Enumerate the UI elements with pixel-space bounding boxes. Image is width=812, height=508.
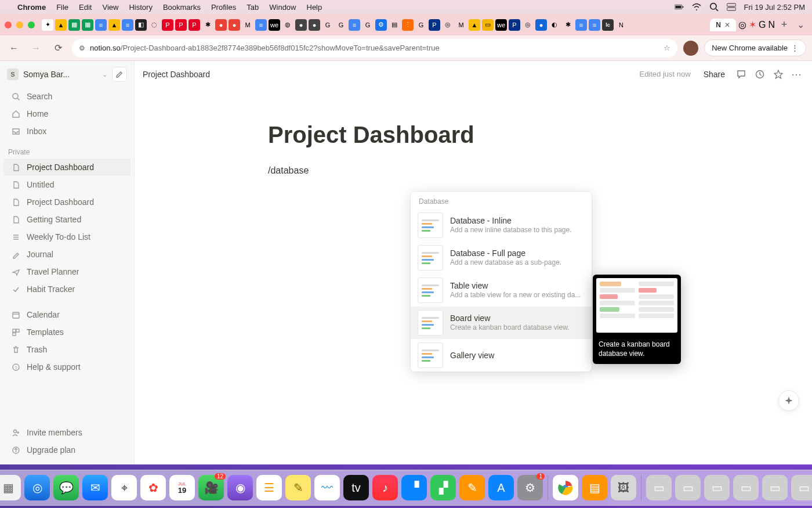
tab-icon[interactable]: ● bbox=[215, 19, 227, 31]
dock-appstore-icon[interactable]: A bbox=[488, 475, 514, 500]
menu-history[interactable]: History bbox=[129, 3, 152, 12]
dock-pages-icon[interactable]: ✎ bbox=[459, 475, 485, 500]
tab-icon[interactable]: ✱ bbox=[202, 19, 213, 31]
sidebar-page-item[interactable]: Weekly To-do List bbox=[3, 228, 130, 246]
chrome-menu-icon[interactable]: ⋮ bbox=[791, 44, 799, 52]
more-icon[interactable]: ⋯ bbox=[790, 67, 804, 81]
tab-icon[interactable]: ▦ bbox=[68, 19, 80, 31]
tab-icon[interactable]: N bbox=[615, 19, 627, 31]
tab-icon[interactable]: P bbox=[175, 19, 187, 31]
menu-view[interactable]: View bbox=[102, 3, 118, 12]
menu-window[interactable]: Window bbox=[269, 3, 296, 12]
favorite-icon[interactable] bbox=[771, 67, 785, 81]
slash-menu-item[interactable]: Database - InlineAdd a new inline databa… bbox=[411, 209, 592, 242]
dock-chrome-icon[interactable] bbox=[553, 475, 578, 500]
back-button[interactable]: ← bbox=[6, 40, 22, 56]
dock-maps-icon[interactable]: ⌖ bbox=[111, 475, 137, 500]
slash-menu-item[interactable]: Board viewCreate a kanban board database… bbox=[411, 307, 592, 339]
dock-notes-icon[interactable]: ✎ bbox=[285, 475, 311, 500]
menubar-clock[interactable]: Fri 19 Jul 2:52 PM bbox=[744, 3, 806, 12]
tab-icon[interactable]: ⚙ bbox=[375, 19, 387, 31]
tab-icon[interactable]: N bbox=[768, 20, 775, 30]
menu-edit[interactable]: Edit bbox=[79, 3, 92, 12]
tab-icon[interactable]: ≡ bbox=[95, 19, 107, 31]
background-tabs[interactable]: ✦ ▲ ▦ ▦ ≡ ▲ ≡ ◧ ◌ P P P ✱ ● ● M ≡ we ◍ ●… bbox=[42, 19, 708, 31]
tab-icon[interactable]: ◧ bbox=[135, 19, 147, 31]
sidebar-upgrade[interactable]: Upgrade plan bbox=[3, 441, 130, 459]
sidebar-home[interactable]: Home bbox=[3, 105, 130, 123]
dock-minimized-window[interactable]: ▭ bbox=[675, 475, 701, 500]
page-title[interactable]: Project Dashboard bbox=[212, 110, 734, 153]
sidebar-templates[interactable]: Templates bbox=[3, 323, 130, 341]
tab-icon[interactable]: ≡ bbox=[255, 19, 267, 31]
sidebar-page-item[interactable]: Project Dashboard bbox=[3, 193, 130, 211]
tab-icon[interactable]: P bbox=[162, 19, 173, 31]
sidebar-search[interactable]: Search bbox=[3, 88, 130, 105]
workspace-switcher[interactable]: S Somya Bar... ⌄ bbox=[0, 61, 134, 88]
ai-assistant-button[interactable] bbox=[778, 390, 799, 411]
new-tab-button[interactable]: + bbox=[777, 19, 791, 31]
tab-icon[interactable]: G bbox=[322, 19, 334, 31]
slash-menu-item[interactable]: Gallery view bbox=[411, 339, 592, 372]
dock-music-icon[interactable]: ♪ bbox=[372, 475, 398, 500]
tab-icon[interactable]: ◌ bbox=[148, 19, 160, 31]
tab-icon[interactable]: P bbox=[429, 19, 440, 31]
dock-messages-icon[interactable]: 💬 bbox=[53, 475, 79, 500]
sidebar-page-item[interactable]: Habit Tracker bbox=[3, 280, 130, 298]
sidebar-page-item[interactable]: Journal bbox=[3, 246, 130, 263]
dock-launchpad-icon[interactable]: ▦ bbox=[0, 475, 21, 500]
tab-icon[interactable]: ≡ bbox=[349, 19, 360, 31]
dock-preview-icon[interactable]: 🖼 bbox=[611, 475, 636, 500]
menu-bookmarks[interactable]: Bookmarks bbox=[163, 3, 201, 12]
dock-minimized-window[interactable]: ▭ bbox=[791, 475, 812, 500]
tab-icon[interactable]: ◎ bbox=[522, 19, 534, 31]
tab-icon[interactable]: M bbox=[242, 19, 253, 31]
slash-menu-item[interactable]: Table viewAdd a table view for a new or … bbox=[411, 274, 592, 307]
sidebar-calendar[interactable]: Calendar bbox=[3, 306, 130, 323]
window-controls[interactable] bbox=[5, 21, 35, 28]
tab-icon[interactable]: lc bbox=[602, 19, 614, 31]
dock-keynote-icon[interactable]: ▝ bbox=[401, 475, 427, 500]
tab-icon[interactable]: ≡ bbox=[589, 19, 600, 31]
slash-menu[interactable]: Database Database - InlineAdd a new inli… bbox=[411, 192, 592, 372]
minimize-window-icon[interactable] bbox=[16, 21, 23, 28]
profile-avatar[interactable] bbox=[683, 41, 698, 56]
breadcrumb[interactable]: Project Dashboard bbox=[143, 70, 210, 79]
menubar-app[interactable]: Chrome bbox=[17, 3, 46, 12]
slash-menu-item[interactable]: Database - Full pageAdd a new database a… bbox=[411, 242, 592, 274]
tab-icon[interactable]: ≡ bbox=[575, 19, 587, 31]
sidebar-page-item[interactable]: Getting Started bbox=[3, 211, 130, 228]
tab-icon[interactable]: we bbox=[495, 19, 507, 31]
sidebar-page-item[interactable]: Project Dashboard bbox=[3, 158, 130, 176]
tab-icon[interactable]: ● bbox=[229, 19, 240, 31]
tab-icon[interactable]: P bbox=[188, 19, 200, 31]
dock-calendar-icon[interactable]: JUL19 bbox=[169, 475, 195, 500]
share-button[interactable]: Share bbox=[704, 70, 725, 79]
address-bar[interactable]: ⚙ notion.so/Project-Dashboard-ab1883e2f8… bbox=[72, 39, 677, 57]
reload-button[interactable]: ⟳ bbox=[50, 40, 66, 56]
sidebar-page-item[interactable]: Untitled bbox=[3, 176, 130, 193]
dock-minimized-window[interactable]: ▭ bbox=[646, 475, 672, 500]
close-tab-icon[interactable]: ✕ bbox=[724, 21, 730, 29]
dock-podcasts-icon[interactable]: ◉ bbox=[227, 475, 253, 500]
updates-icon[interactable] bbox=[753, 67, 767, 81]
sidebar-trash[interactable]: Trash bbox=[3, 341, 130, 358]
dock-facetime-icon[interactable]: 🎥12 bbox=[198, 475, 224, 500]
dock-settings-icon[interactable]: ⚙1 bbox=[517, 475, 543, 500]
tab-icon[interactable]: ▭ bbox=[482, 19, 494, 31]
macos-dock[interactable]: ☺ ▦ ◎ 💬 ✉ ⌖ ✿ JUL19 🎥12 ◉ ☰ ✎ 〰 tv ♪ ▝ ▞… bbox=[0, 470, 812, 506]
slash-command-input[interactable]: /database bbox=[212, 153, 734, 176]
dock-minimized-window[interactable]: ▭ bbox=[733, 475, 759, 500]
tab-icon[interactable]: ◍ bbox=[282, 19, 293, 31]
tab-icon[interactable]: ✦ bbox=[42, 19, 53, 31]
tab-icon[interactable]: ⋮ bbox=[402, 19, 414, 31]
sidebar-inbox[interactable]: Inbox bbox=[3, 123, 130, 140]
tab-icon[interactable]: ● bbox=[309, 19, 320, 31]
menu-file[interactable]: File bbox=[56, 3, 68, 12]
dock-appletv-icon[interactable]: tv bbox=[343, 475, 369, 500]
tab-icon[interactable]: ✱ bbox=[562, 19, 574, 31]
tab-icon[interactable]: ● bbox=[295, 19, 307, 31]
dock-minimized-window[interactable]: ▭ bbox=[762, 475, 788, 500]
tab-icon[interactable]: ▤ bbox=[389, 19, 400, 31]
menu-profiles[interactable]: Profiles bbox=[211, 3, 236, 12]
